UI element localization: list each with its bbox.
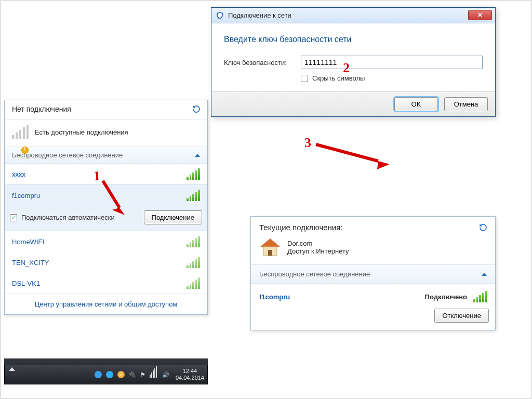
tray-flag-icon[interactable]: ⚑	[140, 371, 145, 378]
popup-header: Нет подключения	[5, 100, 207, 119]
dialog-body: Ключ безопасности: ✓ Скрыть символы	[211, 51, 495, 91]
current-connections-title: Текущие подключения:	[259, 223, 343, 232]
active-network-row: Dor.com Доступ к Интернету	[251, 235, 495, 264]
current-connections-popup: Текущие подключения: Dor.com Доступ к Ин…	[250, 216, 496, 330]
signal-icon	[187, 190, 200, 201]
svg-line-5	[103, 181, 119, 208]
connected-status: Подключено	[425, 293, 467, 301]
tray-plug-icon[interactable]: 🔌	[129, 371, 136, 378]
wireless-section-header[interactable]: Беспроводное сетевое соединение	[5, 147, 207, 164]
signal-icon	[187, 236, 200, 247]
chevron-up-icon	[482, 273, 487, 276]
warning-badge-icon	[21, 147, 29, 154]
network-name: f1compru	[12, 192, 40, 200]
network-name: DSL-VK1	[12, 280, 40, 287]
svg-rect-4	[268, 250, 272, 256]
security-key-label: Ключ безопасности:	[224, 59, 291, 66]
disconnect-row: Отключение	[251, 304, 495, 330]
taskbar-clock[interactable]: 12:44 04.04.2014	[176, 368, 204, 381]
svg-marker-2	[260, 238, 280, 247]
hide-chars-checkbox[interactable]: ✓	[301, 75, 308, 82]
signal-with-warning-icon	[12, 125, 30, 139]
cancel-button[interactable]: Отмена	[444, 97, 488, 111]
taskbar: 🔌 ⚑ 🔊 12:44 04.04.2014	[4, 365, 208, 384]
signal-icon	[187, 168, 200, 180]
disconnect-button[interactable]: Отключение	[434, 309, 489, 323]
network-name: TEN_XCITY	[12, 259, 49, 267]
dialog-titlebar[interactable]: Подключение к сети ✕	[211, 8, 495, 23]
connected-ssid: f1compru	[259, 293, 290, 301]
dialog-title: Подключение к сети	[228, 11, 291, 19]
popup-footer: Центр управления сетями и общим доступом	[5, 294, 207, 314]
ok-button[interactable]: OK	[394, 97, 438, 111]
refresh-icon[interactable]	[478, 223, 488, 232]
active-network-text: Dor.com Доступ к Интернету	[287, 240, 349, 255]
auto-connect-checkbox[interactable]: ✓	[10, 214, 17, 221]
security-key-input[interactable]	[301, 56, 483, 69]
tray-icon[interactable]	[95, 371, 102, 378]
current-connections-header: Текущие подключения:	[251, 217, 495, 235]
network-shield-icon	[216, 11, 224, 20]
hide-chars-row: ✓ Скрыть символы	[301, 74, 483, 82]
tray-volume-icon[interactable]: 🔊	[162, 371, 169, 378]
chevron-up-icon	[195, 154, 200, 157]
connect-button[interactable]: Подключение	[144, 210, 202, 224]
wireless-section-label: Беспроводное сетевое соединение	[259, 270, 370, 278]
available-connections-text: Есть доступные подключения	[35, 128, 128, 136]
clock-date: 04.04.2014	[176, 375, 204, 381]
tray-icon[interactable]	[117, 371, 125, 378]
home-network-icon	[259, 237, 281, 257]
dialog-heading: Введите ключ безопасности сети	[211, 23, 495, 51]
tray-expand-icon[interactable]	[9, 367, 15, 371]
wireless-section-label: Беспроводное сетевое соединение	[12, 151, 123, 159]
refresh-icon[interactable]	[192, 104, 201, 114]
wireless-section-header[interactable]: Беспроводное сетевое соединение	[251, 264, 495, 284]
hide-chars-label: Скрыть символы	[312, 74, 365, 82]
active-network-name: Dor.com	[287, 240, 349, 247]
network-name: HomeWIFI	[12, 238, 44, 246]
signal-icon	[187, 277, 200, 289]
signal-icon	[187, 257, 200, 268]
annotation-arrow-3	[312, 140, 395, 171]
annotation-number-2: 2	[343, 60, 350, 76]
system-tray: 🔌 ⚑ 🔊	[95, 371, 169, 378]
svg-marker-6	[112, 208, 125, 215]
annotation-arrow-1	[94, 178, 135, 222]
security-key-row: Ключ безопасности:	[224, 56, 483, 69]
close-button[interactable]: ✕	[468, 10, 492, 20]
taskbar-tab-strip	[4, 358, 208, 365]
dialog-button-bar: OK Отмена	[211, 91, 495, 116]
internet-access-label: Доступ к Интернету	[287, 247, 349, 255]
network-row[interactable]: HomeWIFI	[5, 231, 207, 252]
network-center-link[interactable]: Центр управления сетями и общим доступом	[35, 300, 178, 308]
svg-marker-8	[377, 161, 390, 169]
connect-dialog: Подключение к сети ✕ Введите ключ безопа…	[211, 7, 496, 117]
tray-icon[interactable]	[106, 371, 113, 378]
network-row[interactable]: DSL-VK1	[5, 273, 207, 294]
connected-ssid-row[interactable]: f1compru Подключено	[251, 284, 495, 304]
clock-time: 12:44	[176, 368, 204, 375]
available-connections-row: Есть доступные подключения	[5, 119, 207, 147]
tray-network-icon[interactable]	[150, 371, 158, 378]
signal-icon	[473, 291, 487, 302]
popup-title: Нет подключения	[12, 105, 71, 113]
network-name: xxxx	[12, 170, 25, 178]
annotation-number-3: 3	[304, 135, 311, 151]
network-row[interactable]: TEN_XCITY	[5, 252, 207, 273]
svg-line-7	[316, 144, 378, 161]
